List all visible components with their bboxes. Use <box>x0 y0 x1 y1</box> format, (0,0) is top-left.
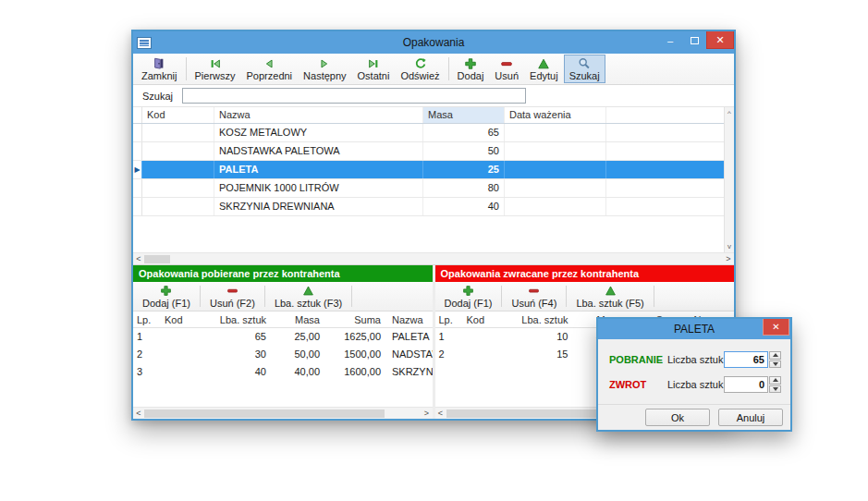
panel-taken-horizontal-scrollbar[interactable]: < > <box>133 407 433 419</box>
cell-nazwa: PALETA <box>214 161 423 178</box>
edytuj-button[interactable]: Edytuj <box>524 55 564 83</box>
table-row[interactable]: SKRZYNIA DREWNIANA 40 <box>133 198 724 216</box>
cell-filler <box>606 179 724 197</box>
scroll-up-icon[interactable]: ^ <box>727 109 731 117</box>
next-icon <box>318 56 331 70</box>
skip-first-icon <box>209 56 222 70</box>
toolbar-separator <box>351 286 352 307</box>
anuluj-button[interactable]: Anuluj <box>718 409 783 426</box>
taken-usun-button[interactable]: Usuń (F2) <box>202 283 263 310</box>
arrow-up-icon <box>773 353 778 357</box>
cell-lba: 15 <box>507 346 572 363</box>
cell-kod <box>142 179 214 197</box>
grid-horizontal-scrollbar[interactable]: < > <box>133 252 734 264</box>
nastepny-button[interactable]: Następny <box>298 55 351 83</box>
close-icon: ✕ <box>772 322 779 332</box>
stepper-up-button[interactable] <box>769 376 781 385</box>
cell-nazwa: SKRZYNIA DREWNIANA <box>385 363 433 381</box>
pierwszy-button[interactable]: Pierwszy <box>189 55 241 83</box>
grid-header-data-wazenia[interactable]: Data ważenia <box>505 107 606 123</box>
cell-kod <box>161 346 205 363</box>
scroll-left-icon[interactable]: < <box>435 409 446 418</box>
returned-lba-sztuk-button[interactable]: Lba. sztuk (F5) <box>568 283 651 310</box>
returned-usun-label: Usuń (F4) <box>511 298 556 309</box>
table-row[interactable]: 2 30 50,00 1500,00 NADSTAWKA PALETOWA <box>133 346 433 363</box>
col-suma[interactable]: Suma <box>324 312 385 327</box>
grid-vertical-scrollbar[interactable]: ^ v <box>724 107 734 252</box>
returned-dodaj-button[interactable]: Dodaj (F1) <box>437 283 500 310</box>
returned-usun-button[interactable]: Usuń (F4) <box>504 283 564 310</box>
col-lp[interactable]: Lp. <box>435 312 463 327</box>
taken-lba-sztuk-button[interactable]: Lba. sztuk (F3) <box>267 283 349 310</box>
grid-header-nazwa[interactable]: Nazwa <box>214 107 423 123</box>
minimize-button[interactable]: – <box>658 31 682 49</box>
search-input[interactable] <box>182 88 526 104</box>
scrollbar-thumb[interactable] <box>144 409 385 418</box>
stepper-down-button[interactable] <box>769 385 781 394</box>
plus-icon <box>464 56 477 70</box>
cell-kod <box>142 124 214 141</box>
scroll-left-icon[interactable]: < <box>133 254 144 263</box>
dialog-titlebar[interactable]: PALETA ✕ <box>598 319 790 339</box>
scroll-right-icon[interactable]: > <box>723 254 734 263</box>
poprzedni-label: Poprzedni <box>247 70 293 81</box>
window-controls: – ✕ <box>658 31 734 54</box>
col-lba-sztuk[interactable]: Lba. sztuk <box>507 312 572 327</box>
stepper-up-button[interactable] <box>769 351 781 360</box>
table-row[interactable]: 1 65 25,00 1625,00 PALETA <box>133 328 433 346</box>
panel-header-row: Lp. Kod Lba. sztuk Masa Suma Nazwa <box>133 312 433 328</box>
cell-nazwa: SKRZYNIA DREWNIANA <box>214 198 423 215</box>
scrollbar-thumb[interactable] <box>144 255 170 263</box>
scroll-left-icon[interactable]: < <box>133 409 144 418</box>
scroll-down-icon[interactable]: v <box>727 242 731 250</box>
taken-dodaj-button[interactable]: Dodaj (F1) <box>135 283 198 310</box>
taken-dodaj-label: Dodaj (F1) <box>142 298 190 309</box>
col-kod[interactable]: Kod <box>161 312 205 327</box>
scroll-right-icon[interactable]: > <box>422 409 433 418</box>
arrow-up-icon <box>773 378 778 382</box>
maximize-button[interactable] <box>682 31 706 49</box>
returned-lba-sztuk-label: Lba. sztuk (F5) <box>576 298 643 309</box>
cell-masa: 65 <box>423 124 505 141</box>
panel-taken: Opakowania pobierane przez kontrahenta D… <box>133 265 433 419</box>
cell-kod <box>463 346 507 363</box>
cell-masa: 40,00 <box>270 363 324 381</box>
table-row-selected[interactable]: ▶ PALETA 25 <box>133 161 724 179</box>
stepper-down-button[interactable] <box>769 360 781 369</box>
pobranie-row: POBRANIE Liczba sztuk 65 <box>609 351 781 368</box>
col-kod[interactable]: Kod <box>463 312 507 327</box>
close-button[interactable]: ✕ <box>706 31 734 49</box>
col-lp[interactable]: Lp. <box>133 312 161 327</box>
usun-button[interactable]: Usuń <box>489 55 524 83</box>
window-titlebar[interactable]: Opakowania – ✕ <box>133 31 734 54</box>
cell-data-wazenia <box>505 179 606 197</box>
pobranie-value-input[interactable]: 65 <box>724 351 768 368</box>
grid-header-masa[interactable]: Masa <box>423 107 505 123</box>
poprzedni-button[interactable]: Poprzedni <box>241 55 299 83</box>
ostatni-button[interactable]: Ostatni <box>352 55 396 83</box>
row-marker-cell: ▶ <box>133 161 142 178</box>
cell-lp: 1 <box>435 328 463 346</box>
grid-header-kod[interactable]: Kod <box>142 107 214 123</box>
zwrot-value-input[interactable]: 0 <box>724 376 768 393</box>
table-row[interactable]: KOSZ METALOWY 65 <box>133 124 724 142</box>
cell-kod <box>142 142 214 160</box>
dialog-close-button[interactable]: ✕ <box>763 319 789 336</box>
table-row[interactable]: NADSTAWKA PALETOWA 50 <box>133 142 724 161</box>
taken-usun-label: Usuń (F2) <box>210 298 255 309</box>
arrow-down-icon <box>773 362 778 366</box>
cell-suma: 1600,00 <box>324 363 385 381</box>
table-row[interactable]: POJEMNIK 1000 LITRÓW 80 <box>133 179 724 198</box>
cell-kod <box>463 328 507 346</box>
col-nazwa[interactable]: Nazwa <box>385 312 433 327</box>
toolbar-separator <box>186 57 187 80</box>
odswiez-button[interactable]: Odśwież <box>395 55 445 83</box>
szukaj-button[interactable]: Szukaj <box>564 55 605 83</box>
col-masa[interactable]: Masa <box>270 312 324 327</box>
table-row[interactable]: 3 40 40,00 1600,00 SKRZYNIA DREWNIANA <box>133 363 433 381</box>
zamknij-button[interactable]: Zamknij <box>136 55 183 83</box>
ok-button[interactable]: Ok <box>645 409 710 426</box>
stepper-buttons <box>769 376 781 393</box>
col-lba-sztuk[interactable]: Lba. sztuk <box>205 312 270 327</box>
dodaj-button[interactable]: Dodaj <box>452 55 490 83</box>
